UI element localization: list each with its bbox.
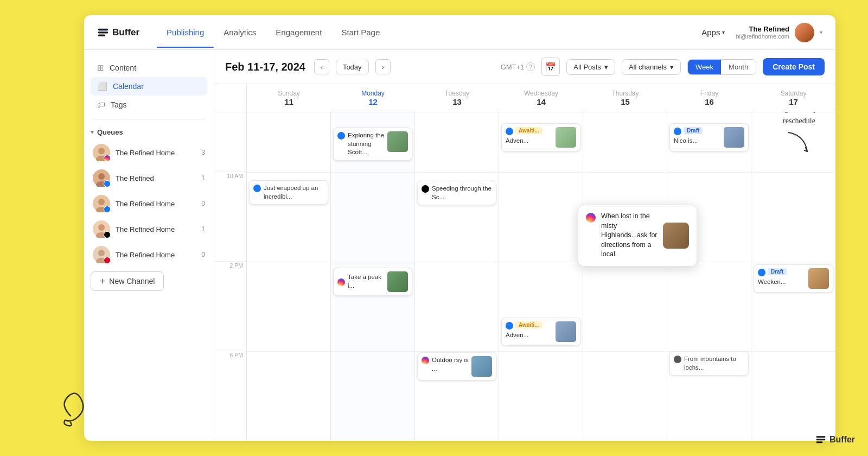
gmt-help-button[interactable]: ? [526, 62, 535, 71]
svg-rect-19 [816, 439, 826, 440]
post-text-s1: Weeken... [758, 278, 806, 287]
calendar-icon: ⬜ [97, 81, 107, 91]
user-text: The Refined hi@refindhome.com [736, 25, 789, 40]
queue-item-2[interactable]: The Refined Home 0 [86, 191, 212, 216]
fb-icon-m1 [337, 132, 345, 140]
sidebar: ⊞ Content ⬜ Calendar 🏷 Tags ▾ Queues [84, 50, 214, 441]
day-col-saturday: Draft Weeken... [751, 112, 835, 441]
apps-button[interactable]: Apps ▾ [701, 28, 725, 37]
logo-text: Buffer [112, 27, 139, 38]
ig-icon-t2 [422, 357, 429, 364]
time-column: 10 AM 2 PM 6 PM [214, 112, 247, 441]
post-card-wednesday-1[interactable]: Awaiti... Adven... [501, 123, 580, 151]
posts-filter-dropdown[interactable]: All Posts ▾ [566, 59, 615, 75]
queue-avatar-1 [93, 169, 110, 187]
queue-avatar-4 [93, 246, 110, 263]
calendar-area: Feb 11-17, 2024 ‹ Today › GMT+1 ? 📅 All … [214, 50, 835, 441]
queue-name-1: The Refined [116, 174, 201, 182]
queue-name-3: The Refined Home [116, 225, 201, 233]
nav-publishing[interactable]: Publishing [157, 17, 214, 48]
calendar-body: 10 AM 2 PM 6 PM [214, 112, 835, 441]
day-col-thursday: When lost in the misty Highlands...ask f… [583, 112, 667, 441]
post-text-f2: From mountains to lochs... [684, 355, 744, 372]
queue-item-3[interactable]: The Refined Home 1 [86, 217, 212, 242]
post-card-saturday-1[interactable]: Draft Weeken... [754, 264, 833, 293]
day-col-wednesday: Awaiti... Adven... Awaiti... [499, 112, 583, 441]
header-saturday: Saturday 17 [751, 84, 835, 112]
highlight-img [663, 223, 689, 249]
social-dot-ig [104, 155, 111, 162]
tt-icon-t1 [422, 185, 429, 193]
post-card-friday-2[interactable]: From mountains to lochs... [669, 351, 749, 376]
social-dot-tt [104, 231, 111, 238]
today-button[interactable]: Today [336, 60, 369, 74]
day-col-tuesday: Speeding through the Sc... Outdoo rsy is… [415, 112, 499, 441]
queue-name-4: The Refined Home [116, 251, 201, 259]
prev-arrow-button[interactable]: ‹ [314, 59, 329, 74]
post-card-monday-2[interactable]: Take a peak i... [333, 268, 412, 296]
social-dot-fb2 [104, 206, 111, 213]
sidebar-section-nav: ⊞ Content ⬜ Calendar 🏷 Tags [84, 59, 214, 113]
post-text-f1: Nico is... [674, 137, 721, 145]
time-slot-afternoon [214, 267, 246, 351]
nav-start-page[interactable]: Start Page [331, 17, 390, 48]
next-arrow-button[interactable]: › [375, 59, 391, 74]
post-text-w2: Adven... [506, 331, 553, 340]
post-img-m1 [387, 131, 408, 152]
sidebar-item-tags[interactable]: 🏷 Tags [91, 96, 207, 113]
post-text-w1: Adven... [506, 137, 553, 145]
post-highlight-card[interactable]: When lost in the misty Highlands...ask f… [578, 205, 697, 267]
fb-icon-w1 [506, 128, 513, 135]
post-card-sunday-1[interactable]: Just wrapped up an incredibl... [249, 180, 328, 205]
queue-item-0[interactable]: The Refined Home 3 [86, 140, 212, 165]
time-slot-label-2pm: 2 PM [214, 262, 246, 267]
app-window: Buffer Publishing Analytics Engagement S… [84, 15, 835, 441]
svg-rect-0 [98, 28, 108, 30]
svg-rect-1 [98, 31, 108, 33]
queue-avatar-3 [93, 220, 110, 238]
queue-name-0: The Refined Home [116, 149, 201, 157]
post-card-monday-1[interactable]: Exploring the stunning Scott... [333, 128, 412, 161]
queue-count-2: 0 [201, 200, 205, 207]
svg-rect-2 [98, 34, 105, 36]
new-channel-button[interactable]: + New Channel [91, 271, 164, 291]
tags-icon: 🏷 [97, 100, 105, 109]
week-view-button[interactable]: Week [688, 60, 721, 74]
queue-item-4[interactable]: The Refined Home 0 [86, 242, 212, 267]
channels-filter-dropdown[interactable]: All channels ▾ [622, 59, 681, 75]
view-toggle: Week Month [687, 59, 756, 75]
social-dot-pinterest [104, 257, 111, 264]
user-info[interactable]: The Refined hi@refindhome.com ▾ [736, 23, 822, 42]
content-icon: ⊞ [97, 63, 104, 73]
chevron-down-icon-queues: ▾ [91, 129, 94, 136]
create-post-button[interactable]: Create Post [763, 58, 825, 75]
fb-icon-w2 [506, 322, 513, 330]
queue-item-1[interactable]: The Refined 1 [86, 166, 212, 191]
svg-point-13 [98, 224, 105, 231]
user-email: hi@refindhome.com [736, 33, 789, 40]
sidebar-item-calendar[interactable]: ⬜ Calendar [91, 77, 207, 96]
queues-header[interactable]: ▾ Queues [84, 125, 214, 140]
post-img-w2 [556, 321, 576, 342]
post-card-friday-1[interactable]: Draft Nico is... [669, 123, 749, 151]
svg-point-10 [98, 199, 105, 205]
day-col-friday: Draft Nico is... From mountains to lochs… [667, 112, 751, 441]
nav-engagement[interactable]: Engagement [266, 17, 331, 48]
calendar-icon-button[interactable]: 📅 [541, 58, 560, 76]
post-card-tuesday-2[interactable]: Outdoo rsy is ... [417, 352, 496, 381]
top-nav: Buffer Publishing Analytics Engagement S… [84, 15, 835, 50]
month-view-button[interactable]: Month [721, 60, 756, 74]
ig-icon-m2 [337, 278, 345, 286]
logo[interactable]: Buffer [97, 27, 139, 39]
bottom-buffer-logo: Buffer [815, 434, 855, 445]
post-text-m2: Take a peak i... [348, 273, 385, 290]
post-card-tuesday-1[interactable]: Speeding through the Sc... [417, 181, 496, 205]
queue-avatar-0 [93, 144, 110, 161]
post-img-m2 [387, 271, 408, 292]
avatar[interactable] [795, 23, 814, 42]
time-slot-evening [214, 357, 246, 411]
sidebar-item-content[interactable]: ⊞ Content [91, 59, 207, 77]
chevron-down-icon: ▾ [722, 29, 725, 35]
post-card-wednesday-2[interactable]: Awaiti... Adven... [501, 318, 580, 346]
nav-analytics[interactable]: Analytics [214, 17, 266, 48]
